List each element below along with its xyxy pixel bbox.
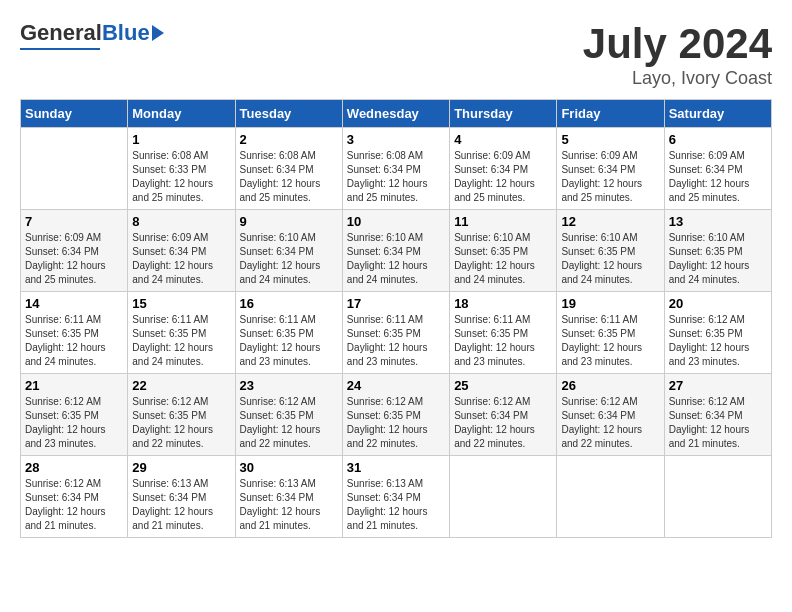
day-number: 23 [240, 378, 338, 393]
calendar-header-row: SundayMondayTuesdayWednesdayThursdayFrid… [21, 100, 772, 128]
day-number: 31 [347, 460, 445, 475]
calendar-day-cell [557, 456, 664, 538]
day-number: 25 [454, 378, 552, 393]
calendar-day-cell: 20Sunrise: 6:12 AM Sunset: 6:35 PM Dayli… [664, 292, 771, 374]
day-number: 19 [561, 296, 659, 311]
page-title: July 2024 [583, 20, 772, 68]
day-info: Sunrise: 6:11 AM Sunset: 6:35 PM Dayligh… [347, 313, 445, 369]
day-number: 18 [454, 296, 552, 311]
day-number: 17 [347, 296, 445, 311]
day-info: Sunrise: 6:11 AM Sunset: 6:35 PM Dayligh… [454, 313, 552, 369]
day-info: Sunrise: 6:12 AM Sunset: 6:34 PM Dayligh… [669, 395, 767, 451]
day-number: 28 [25, 460, 123, 475]
calendar-day-cell: 2Sunrise: 6:08 AM Sunset: 6:34 PM Daylig… [235, 128, 342, 210]
calendar-day-cell: 26Sunrise: 6:12 AM Sunset: 6:34 PM Dayli… [557, 374, 664, 456]
day-number: 21 [25, 378, 123, 393]
day-number: 29 [132, 460, 230, 475]
calendar-weekday-header: Friday [557, 100, 664, 128]
calendar-week-row: 14Sunrise: 6:11 AM Sunset: 6:35 PM Dayli… [21, 292, 772, 374]
title-area: July 2024 Layo, Ivory Coast [583, 20, 772, 89]
calendar-day-cell: 14Sunrise: 6:11 AM Sunset: 6:35 PM Dayli… [21, 292, 128, 374]
calendar-day-cell: 8Sunrise: 6:09 AM Sunset: 6:34 PM Daylig… [128, 210, 235, 292]
calendar-day-cell: 19Sunrise: 6:11 AM Sunset: 6:35 PM Dayli… [557, 292, 664, 374]
day-number: 14 [25, 296, 123, 311]
calendar-day-cell: 30Sunrise: 6:13 AM Sunset: 6:34 PM Dayli… [235, 456, 342, 538]
day-info: Sunrise: 6:12 AM Sunset: 6:34 PM Dayligh… [454, 395, 552, 451]
calendar-day-cell [450, 456, 557, 538]
calendar-day-cell: 17Sunrise: 6:11 AM Sunset: 6:35 PM Dayli… [342, 292, 449, 374]
calendar-day-cell: 3Sunrise: 6:08 AM Sunset: 6:34 PM Daylig… [342, 128, 449, 210]
page-header: General Blue July 2024 Layo, Ivory Coast [20, 20, 772, 89]
logo-general-text: General [20, 20, 102, 46]
calendar-weekday-header: Thursday [450, 100, 557, 128]
day-number: 16 [240, 296, 338, 311]
day-number: 1 [132, 132, 230, 147]
day-number: 12 [561, 214, 659, 229]
calendar-weekday-header: Tuesday [235, 100, 342, 128]
calendar-day-cell: 12Sunrise: 6:10 AM Sunset: 6:35 PM Dayli… [557, 210, 664, 292]
day-number: 6 [669, 132, 767, 147]
day-info: Sunrise: 6:13 AM Sunset: 6:34 PM Dayligh… [132, 477, 230, 533]
calendar-day-cell: 16Sunrise: 6:11 AM Sunset: 6:35 PM Dayli… [235, 292, 342, 374]
day-info: Sunrise: 6:12 AM Sunset: 6:35 PM Dayligh… [347, 395, 445, 451]
calendar-weekday-header: Wednesday [342, 100, 449, 128]
calendar-day-cell: 29Sunrise: 6:13 AM Sunset: 6:34 PM Dayli… [128, 456, 235, 538]
logo-divider [20, 48, 100, 50]
day-info: Sunrise: 6:13 AM Sunset: 6:34 PM Dayligh… [240, 477, 338, 533]
calendar-day-cell: 9Sunrise: 6:10 AM Sunset: 6:34 PM Daylig… [235, 210, 342, 292]
calendar-day-cell: 10Sunrise: 6:10 AM Sunset: 6:34 PM Dayli… [342, 210, 449, 292]
calendar-day-cell: 25Sunrise: 6:12 AM Sunset: 6:34 PM Dayli… [450, 374, 557, 456]
day-number: 20 [669, 296, 767, 311]
day-info: Sunrise: 6:10 AM Sunset: 6:35 PM Dayligh… [454, 231, 552, 287]
calendar-day-cell: 24Sunrise: 6:12 AM Sunset: 6:35 PM Dayli… [342, 374, 449, 456]
calendar-day-cell: 23Sunrise: 6:12 AM Sunset: 6:35 PM Dayli… [235, 374, 342, 456]
day-number: 5 [561, 132, 659, 147]
calendar-weekday-header: Saturday [664, 100, 771, 128]
day-info: Sunrise: 6:11 AM Sunset: 6:35 PM Dayligh… [132, 313, 230, 369]
day-number: 13 [669, 214, 767, 229]
day-info: Sunrise: 6:10 AM Sunset: 6:34 PM Dayligh… [347, 231, 445, 287]
calendar-week-row: 1Sunrise: 6:08 AM Sunset: 6:33 PM Daylig… [21, 128, 772, 210]
calendar-day-cell: 18Sunrise: 6:11 AM Sunset: 6:35 PM Dayli… [450, 292, 557, 374]
calendar-day-cell: 1Sunrise: 6:08 AM Sunset: 6:33 PM Daylig… [128, 128, 235, 210]
day-info: Sunrise: 6:09 AM Sunset: 6:34 PM Dayligh… [132, 231, 230, 287]
day-info: Sunrise: 6:10 AM Sunset: 6:34 PM Dayligh… [240, 231, 338, 287]
calendar-weekday-header: Monday [128, 100, 235, 128]
day-number: 24 [347, 378, 445, 393]
day-number: 22 [132, 378, 230, 393]
logo-arrow-icon [152, 25, 164, 41]
calendar-day-cell: 15Sunrise: 6:11 AM Sunset: 6:35 PM Dayli… [128, 292, 235, 374]
calendar-day-cell: 27Sunrise: 6:12 AM Sunset: 6:34 PM Dayli… [664, 374, 771, 456]
calendar-day-cell: 28Sunrise: 6:12 AM Sunset: 6:34 PM Dayli… [21, 456, 128, 538]
calendar-day-cell [21, 128, 128, 210]
day-number: 9 [240, 214, 338, 229]
day-number: 4 [454, 132, 552, 147]
calendar-table: SundayMondayTuesdayWednesdayThursdayFrid… [20, 99, 772, 538]
logo-blue-text: Blue [102, 20, 150, 46]
day-number: 8 [132, 214, 230, 229]
day-number: 2 [240, 132, 338, 147]
calendar-week-row: 7Sunrise: 6:09 AM Sunset: 6:34 PM Daylig… [21, 210, 772, 292]
day-info: Sunrise: 6:12 AM Sunset: 6:35 PM Dayligh… [669, 313, 767, 369]
day-info: Sunrise: 6:12 AM Sunset: 6:35 PM Dayligh… [132, 395, 230, 451]
calendar-day-cell: 7Sunrise: 6:09 AM Sunset: 6:34 PM Daylig… [21, 210, 128, 292]
calendar-weekday-header: Sunday [21, 100, 128, 128]
calendar-day-cell: 6Sunrise: 6:09 AM Sunset: 6:34 PM Daylig… [664, 128, 771, 210]
day-info: Sunrise: 6:08 AM Sunset: 6:33 PM Dayligh… [132, 149, 230, 205]
day-info: Sunrise: 6:12 AM Sunset: 6:35 PM Dayligh… [25, 395, 123, 451]
calendar-day-cell: 22Sunrise: 6:12 AM Sunset: 6:35 PM Dayli… [128, 374, 235, 456]
day-info: Sunrise: 6:12 AM Sunset: 6:34 PM Dayligh… [25, 477, 123, 533]
calendar-day-cell: 21Sunrise: 6:12 AM Sunset: 6:35 PM Dayli… [21, 374, 128, 456]
day-number: 7 [25, 214, 123, 229]
calendar-day-cell: 11Sunrise: 6:10 AM Sunset: 6:35 PM Dayli… [450, 210, 557, 292]
day-info: Sunrise: 6:09 AM Sunset: 6:34 PM Dayligh… [669, 149, 767, 205]
day-info: Sunrise: 6:09 AM Sunset: 6:34 PM Dayligh… [454, 149, 552, 205]
day-info: Sunrise: 6:11 AM Sunset: 6:35 PM Dayligh… [561, 313, 659, 369]
calendar-week-row: 21Sunrise: 6:12 AM Sunset: 6:35 PM Dayli… [21, 374, 772, 456]
day-info: Sunrise: 6:12 AM Sunset: 6:34 PM Dayligh… [561, 395, 659, 451]
day-info: Sunrise: 6:09 AM Sunset: 6:34 PM Dayligh… [25, 231, 123, 287]
day-info: Sunrise: 6:10 AM Sunset: 6:35 PM Dayligh… [669, 231, 767, 287]
day-number: 15 [132, 296, 230, 311]
day-info: Sunrise: 6:12 AM Sunset: 6:35 PM Dayligh… [240, 395, 338, 451]
calendar-day-cell: 5Sunrise: 6:09 AM Sunset: 6:34 PM Daylig… [557, 128, 664, 210]
